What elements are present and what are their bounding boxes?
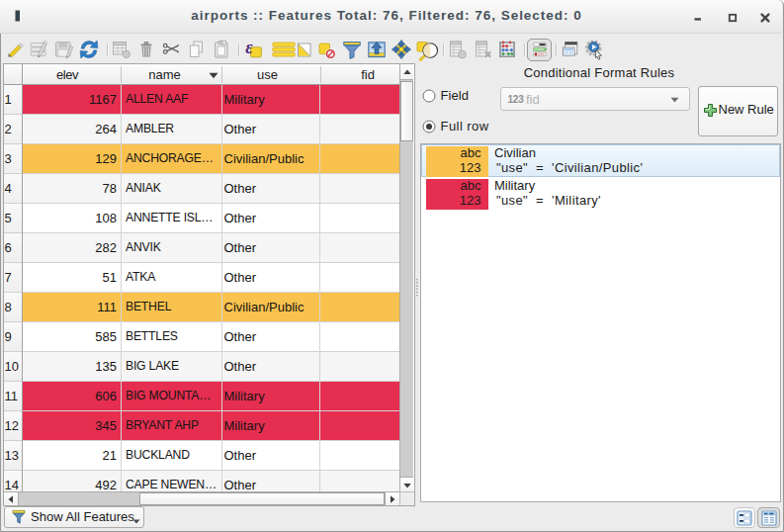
- svg-text:ε: ε: [245, 38, 253, 57]
